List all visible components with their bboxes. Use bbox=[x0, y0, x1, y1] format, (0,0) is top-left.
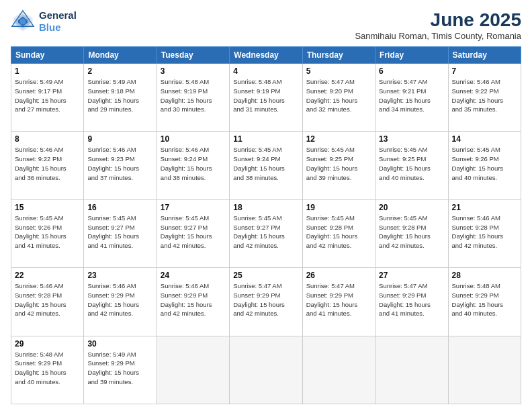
calendar-cell bbox=[157, 336, 229, 404]
calendar-week-4: 22Sunrise: 5:46 AM Sunset: 9:28 PM Dayli… bbox=[11, 268, 521, 336]
calendar-cell: 2Sunrise: 5:49 AM Sunset: 9:18 PM Daylig… bbox=[84, 64, 157, 132]
day-info: Sunrise: 5:47 AM Sunset: 9:21 PM Dayligh… bbox=[379, 77, 444, 114]
logo-text: General Blue bbox=[39, 9, 77, 34]
logo: General Blue bbox=[11, 9, 77, 34]
day-number: 15 bbox=[15, 203, 80, 212]
day-header-sunday: Sunday bbox=[11, 47, 84, 64]
calendar-cell: 3Sunrise: 5:48 AM Sunset: 9:19 PM Daylig… bbox=[157, 64, 229, 132]
day-info: Sunrise: 5:46 AM Sunset: 9:29 PM Dayligh… bbox=[161, 281, 226, 318]
day-info: Sunrise: 5:46 AM Sunset: 9:28 PM Dayligh… bbox=[15, 281, 80, 318]
day-number: 10 bbox=[161, 134, 226, 144]
day-info: Sunrise: 5:45 AM Sunset: 9:25 PM Dayligh… bbox=[306, 145, 371, 182]
logo-icon bbox=[11, 9, 35, 34]
calendar-header-row: SundayMondayTuesdayWednesdayThursdayFrid… bbox=[11, 47, 521, 64]
day-number: 19 bbox=[306, 203, 371, 212]
calendar-cell: 19Sunrise: 5:45 AM Sunset: 9:28 PM Dayli… bbox=[302, 199, 375, 267]
day-number: 3 bbox=[161, 66, 226, 76]
day-number: 8 bbox=[15, 134, 80, 144]
day-info: Sunrise: 5:47 AM Sunset: 9:29 PM Dayligh… bbox=[306, 281, 371, 318]
day-number: 27 bbox=[379, 271, 444, 280]
day-number: 12 bbox=[306, 134, 371, 144]
calendar-cell: 17Sunrise: 5:45 AM Sunset: 9:27 PM Dayli… bbox=[157, 199, 229, 267]
calendar-cell: 26Sunrise: 5:47 AM Sunset: 9:29 PM Dayli… bbox=[302, 268, 375, 336]
calendar-week-2: 8Sunrise: 5:46 AM Sunset: 9:22 PM Daylig… bbox=[11, 132, 521, 199]
day-info: Sunrise: 5:48 AM Sunset: 9:19 PM Dayligh… bbox=[233, 77, 298, 114]
calendar-cell: 9Sunrise: 5:46 AM Sunset: 9:23 PM Daylig… bbox=[84, 132, 157, 199]
calendar-cell: 1Sunrise: 5:49 AM Sunset: 9:17 PM Daylig… bbox=[11, 64, 84, 132]
day-info: Sunrise: 5:46 AM Sunset: 9:22 PM Dayligh… bbox=[452, 77, 517, 114]
calendar-cell: 12Sunrise: 5:45 AM Sunset: 9:25 PM Dayli… bbox=[302, 132, 375, 199]
calendar-week-5: 29Sunrise: 5:48 AM Sunset: 9:29 PM Dayli… bbox=[11, 336, 521, 404]
day-header-monday: Monday bbox=[84, 47, 157, 64]
calendar-cell: 29Sunrise: 5:48 AM Sunset: 9:29 PM Dayli… bbox=[11, 336, 84, 404]
day-number: 17 bbox=[161, 203, 226, 212]
day-number: 26 bbox=[306, 271, 371, 280]
day-number: 18 bbox=[233, 203, 298, 212]
logo-line2: Blue bbox=[39, 21, 77, 34]
calendar-cell: 23Sunrise: 5:46 AM Sunset: 9:29 PM Dayli… bbox=[84, 268, 157, 336]
calendar-cell bbox=[448, 336, 521, 404]
calendar-cell: 4Sunrise: 5:48 AM Sunset: 9:19 PM Daylig… bbox=[230, 64, 302, 132]
svg-point-3 bbox=[20, 19, 26, 25]
day-number: 5 bbox=[306, 66, 371, 76]
calendar-cell: 16Sunrise: 5:45 AM Sunset: 9:27 PM Dayli… bbox=[84, 199, 157, 267]
day-number: 24 bbox=[161, 271, 226, 280]
day-number: 4 bbox=[233, 66, 298, 76]
calendar-cell: 27Sunrise: 5:47 AM Sunset: 9:29 PM Dayli… bbox=[375, 268, 448, 336]
calendar-cell bbox=[230, 336, 302, 404]
page: General Blue June 2025 Sanmihaiu Roman, … bbox=[0, 0, 532, 411]
calendar-cell: 11Sunrise: 5:45 AM Sunset: 9:24 PM Dayli… bbox=[230, 132, 302, 199]
day-info: Sunrise: 5:48 AM Sunset: 9:29 PM Dayligh… bbox=[15, 350, 80, 387]
logo-line1: General bbox=[39, 9, 77, 21]
calendar-cell: 25Sunrise: 5:47 AM Sunset: 9:29 PM Dayli… bbox=[230, 268, 302, 336]
day-info: Sunrise: 5:46 AM Sunset: 9:29 PM Dayligh… bbox=[87, 281, 152, 318]
calendar-week-1: 1Sunrise: 5:49 AM Sunset: 9:17 PM Daylig… bbox=[11, 64, 521, 132]
day-number: 13 bbox=[379, 134, 444, 144]
calendar-cell: 20Sunrise: 5:45 AM Sunset: 9:28 PM Dayli… bbox=[375, 199, 448, 267]
calendar-cell bbox=[302, 336, 375, 404]
day-number: 6 bbox=[379, 66, 444, 76]
day-header-friday: Friday bbox=[375, 47, 448, 64]
calendar-table: SundayMondayTuesdayWednesdayThursdayFrid… bbox=[11, 46, 521, 404]
day-info: Sunrise: 5:45 AM Sunset: 9:28 PM Dayligh… bbox=[379, 214, 444, 250]
day-info: Sunrise: 5:46 AM Sunset: 9:22 PM Dayligh… bbox=[15, 145, 80, 182]
calendar-cell: 8Sunrise: 5:46 AM Sunset: 9:22 PM Daylig… bbox=[11, 132, 84, 199]
calendar-week-3: 15Sunrise: 5:45 AM Sunset: 9:26 PM Dayli… bbox=[11, 199, 521, 267]
calendar-cell: 15Sunrise: 5:45 AM Sunset: 9:26 PM Dayli… bbox=[11, 199, 84, 267]
day-number: 2 bbox=[87, 66, 152, 76]
day-info: Sunrise: 5:45 AM Sunset: 9:24 PM Dayligh… bbox=[233, 145, 298, 182]
calendar-cell: 28Sunrise: 5:48 AM Sunset: 9:29 PM Dayli… bbox=[448, 268, 521, 336]
calendar-cell: 10Sunrise: 5:46 AM Sunset: 9:24 PM Dayli… bbox=[157, 132, 229, 199]
day-info: Sunrise: 5:45 AM Sunset: 9:25 PM Dayligh… bbox=[379, 145, 444, 182]
calendar-cell: 7Sunrise: 5:46 AM Sunset: 9:22 PM Daylig… bbox=[448, 64, 521, 132]
day-info: Sunrise: 5:49 AM Sunset: 9:17 PM Dayligh… bbox=[15, 77, 80, 114]
day-number: 1 bbox=[15, 66, 80, 76]
day-header-tuesday: Tuesday bbox=[157, 47, 229, 64]
day-info: Sunrise: 5:45 AM Sunset: 9:28 PM Dayligh… bbox=[306, 214, 371, 250]
day-number: 20 bbox=[379, 203, 444, 212]
calendar-cell: 24Sunrise: 5:46 AM Sunset: 9:29 PM Dayli… bbox=[157, 268, 229, 336]
day-number: 7 bbox=[452, 66, 517, 76]
calendar-cell: 22Sunrise: 5:46 AM Sunset: 9:28 PM Dayli… bbox=[11, 268, 84, 336]
day-number: 14 bbox=[452, 134, 517, 144]
day-info: Sunrise: 5:45 AM Sunset: 9:27 PM Dayligh… bbox=[161, 214, 226, 250]
day-number: 22 bbox=[15, 271, 80, 280]
day-info: Sunrise: 5:47 AM Sunset: 9:29 PM Dayligh… bbox=[379, 281, 444, 318]
day-info: Sunrise: 5:45 AM Sunset: 9:26 PM Dayligh… bbox=[452, 145, 517, 182]
day-number: 30 bbox=[87, 339, 152, 349]
main-title: June 2025 bbox=[355, 9, 521, 31]
day-number: 11 bbox=[233, 134, 298, 144]
calendar-cell: 6Sunrise: 5:47 AM Sunset: 9:21 PM Daylig… bbox=[375, 64, 448, 132]
day-info: Sunrise: 5:49 AM Sunset: 9:18 PM Dayligh… bbox=[87, 77, 152, 114]
day-info: Sunrise: 5:45 AM Sunset: 9:26 PM Dayligh… bbox=[15, 214, 80, 250]
day-number: 9 bbox=[87, 134, 152, 144]
calendar-cell: 18Sunrise: 5:45 AM Sunset: 9:27 PM Dayli… bbox=[230, 199, 302, 267]
title-block: June 2025 Sanmihaiu Roman, Timis County,… bbox=[355, 9, 521, 41]
subtitle: Sanmihaiu Roman, Timis County, Romania bbox=[355, 31, 521, 41]
calendar-cell: 13Sunrise: 5:45 AM Sunset: 9:25 PM Dayli… bbox=[375, 132, 448, 199]
day-info: Sunrise: 5:48 AM Sunset: 9:29 PM Dayligh… bbox=[452, 281, 517, 318]
day-info: Sunrise: 5:45 AM Sunset: 9:27 PM Dayligh… bbox=[233, 214, 298, 250]
day-info: Sunrise: 5:46 AM Sunset: 9:28 PM Dayligh… bbox=[452, 214, 517, 250]
day-info: Sunrise: 5:46 AM Sunset: 9:23 PM Dayligh… bbox=[87, 145, 152, 182]
day-number: 16 bbox=[87, 203, 152, 212]
